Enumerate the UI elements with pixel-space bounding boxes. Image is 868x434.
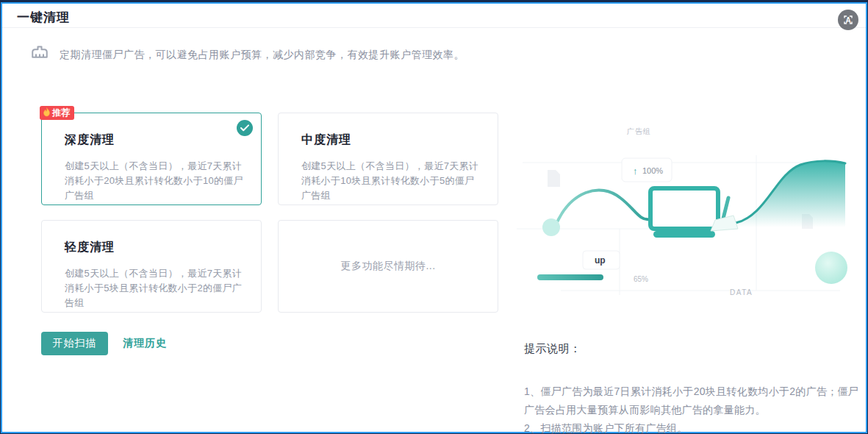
laptop-screen	[650, 188, 718, 229]
up-label: up	[595, 255, 606, 266]
laptop-base	[653, 231, 715, 238]
card-light-clean[interactable]: 轻度清理 创建5天以上（不含当日），最近7天累计消耗小于5块且累计转化数小于2的…	[41, 220, 262, 313]
more-features-text: 更多功能尽情期待...	[279, 221, 498, 312]
card-deep-clean[interactable]: 推荐 深度清理 创建5天以上（不含当日），最近7天累计消耗小于20块且累计转化数…	[41, 113, 262, 205]
cleanup-page: 一键清理 定期清理僵尸广告，可以避免占用账户预算，减少内部竞争，有效提升账户管理…	[2, 4, 866, 432]
tip-item: 1、僵尸广告为最近7日累计消耗小于20块且转化数均小于2的广告；僵尸广告会占用大…	[524, 383, 861, 419]
ad-group-label: 广告组	[627, 127, 651, 135]
window-frame: 一键清理 定期清理僵尸广告，可以避免占用账户预算，减少内部竞争，有效提升账户管理…	[0, 0, 868, 434]
header-divider	[2, 27, 866, 28]
data-label: DATA	[730, 288, 753, 296]
wave-curve-left	[555, 190, 650, 227]
translate-a-icon: A	[838, 10, 858, 30]
cleanup-illustration: ↑ 100% 广告组 up 65% DATA	[517, 111, 847, 316]
recommend-badge-label: 推荐	[52, 107, 70, 119]
card-more-features: 更多功能尽情期待...	[278, 220, 498, 313]
up-arrow-icon: ↑	[633, 166, 638, 177]
svg-text:A: A	[845, 16, 850, 24]
up-badge: up	[583, 251, 620, 269]
tip-item: 2、扫描范围为账户下所有广告组。	[524, 419, 861, 434]
translate-button[interactable]: A	[838, 10, 858, 30]
growth-badge: ↑ 100%	[622, 158, 672, 182]
flame-icon	[43, 107, 51, 119]
cleanup-history-link[interactable]: 清理历史	[123, 337, 167, 350]
progress-bar	[537, 274, 603, 280]
selected-check-icon	[237, 120, 253, 136]
decor-circle	[815, 252, 847, 284]
pct-100-label: 100%	[642, 166, 663, 175]
page-title: 一键清理	[17, 9, 70, 26]
card-description: 创建5天以上（不含当日），最近7天累计消耗小于20块且累计转化数小于10的僵尸广…	[65, 159, 244, 203]
recommend-badge: 推荐	[40, 106, 74, 120]
card-description: 创建5天以上（不含当日），最近7天累计消耗小于5块且累计转化数小于2的僵尸广告组	[65, 266, 244, 310]
intro-text: 定期清理僵尸广告，可以避免占用账户预算，减少内部竞争，有效提升账户管理效率。	[60, 49, 465, 62]
card-description: 创建5天以上（不含当日），最近7天累计消耗小于10块且累计转化数小于5的僵尸广告…	[301, 159, 481, 203]
card-title: 深度清理	[65, 132, 115, 148]
card-title: 中度清理	[301, 132, 351, 148]
document-icon	[548, 170, 560, 187]
pct-65-label: 65%	[634, 275, 648, 283]
tips-title: 提示说明：	[524, 342, 581, 356]
broom-icon	[29, 43, 51, 65]
card-medium-clean[interactable]: 中度清理 创建5天以上（不含当日），最近7天累计消耗小于10块且累计转化数小于5…	[278, 113, 498, 205]
wave-start-dot	[542, 218, 560, 236]
card-title: 轻度清理	[65, 240, 115, 255]
start-scan-button[interactable]: 开始扫描	[41, 332, 108, 355]
